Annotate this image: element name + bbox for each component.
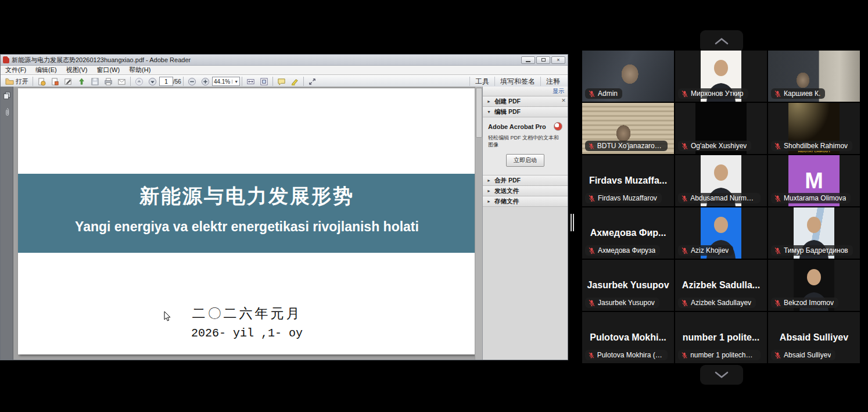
prev-page-button[interactable] <box>132 76 146 87</box>
panel-section-header[interactable]: ►合并 PDF <box>483 175 568 186</box>
zoom-out-button[interactable] <box>185 76 199 87</box>
participant-tile[interactable]: Jasurbek YusupovJasurbek Yusupov <box>582 260 674 311</box>
participant-tile[interactable]: HIDOYAT CHIROG'IShohdilbek Rahimov <box>768 103 860 154</box>
triangle-right-icon: ► <box>487 99 492 103</box>
participant-tile[interactable]: BDTU Xo'janazarov Z... <box>582 103 674 154</box>
zoom-in-button[interactable] <box>199 76 212 87</box>
participant-tile[interactable]: number 1 polite...number 1 politechnik..… <box>675 312 767 363</box>
page-thumbnails-icon[interactable] <box>3 91 11 99</box>
participant-name-label: Aziz Khojiev <box>691 246 729 255</box>
launch-now-button[interactable]: 立即启动 <box>506 154 544 167</box>
close-button[interactable]: × <box>551 56 565 64</box>
page-down-icon <box>148 77 157 86</box>
avatar-initial: M <box>805 169 823 194</box>
muted-mic-icon <box>681 247 688 255</box>
create-pdf-icon <box>51 77 59 86</box>
panel-resize-handle[interactable] <box>571 214 575 231</box>
pdf-page[interactable]: 新能源与电力发展形势 Yangi energiya va elektr ener… <box>18 88 476 354</box>
participant-tile[interactable]: MMuxtarama Olimova <box>768 155 860 206</box>
panel-section-header[interactable]: ►创建 PDF <box>483 96 568 107</box>
panel-close-icon[interactable]: ✕ <box>561 98 566 103</box>
participant-tile[interactable]: Ахмедова Фир...Ахмедова Фируза <box>582 207 674 259</box>
open-label: 打开 <box>16 77 28 86</box>
document-scrollbar[interactable] <box>475 87 483 360</box>
fit-page-button[interactable] <box>257 76 271 87</box>
participant-name-label: Firdavs Muzaffarov <box>598 194 657 202</box>
participant-name-label: number 1 politechnik... <box>690 351 756 359</box>
sign-button[interactable] <box>62 76 75 87</box>
window-title-bar[interactable]: 新能源与电力发展态势20260123huangxiao.pdf - Adobe … <box>1 55 568 66</box>
email-button[interactable] <box>115 76 128 87</box>
comment-button[interactable] <box>275 76 288 87</box>
zoom-level-select[interactable]: 44.1% ▼ <box>212 77 240 86</box>
show-link[interactable]: 显示 <box>553 87 564 95</box>
participant-name-pill: Azizbek Sadullayev <box>678 298 756 308</box>
next-page-button[interactable] <box>146 76 159 87</box>
participant-name-pill: Admin <box>585 88 622 99</box>
fullscreen-button[interactable] <box>306 76 319 87</box>
participant-name-pill: BDTU Xo'janazarov Z... <box>585 141 668 151</box>
menu-item[interactable]: 文件(F) <box>1 66 31 74</box>
participant-tile[interactable]: Мирхонов Уткир <box>675 51 767 102</box>
comment-bubble-icon <box>277 77 286 86</box>
slide-title-chinese: 新能源与电力发展形势 <box>18 183 476 210</box>
panel-section-header[interactable]: ▼编辑 PDF <box>483 107 568 117</box>
menu-item[interactable]: 窗口(W) <box>92 66 124 74</box>
minimize-button[interactable] <box>521 56 535 64</box>
participant-tile[interactable]: Firdavs Muzaffa...Firdavs Muzaffarov <box>582 155 674 206</box>
fit-width-icon <box>246 77 255 86</box>
document-area[interactable]: 新能源与电力发展形势 Yangi energiya va elektr ener… <box>13 87 483 360</box>
participant-tile[interactable]: Abdusamad Nurmatov <box>675 155 767 206</box>
participant-tile[interactable]: Aziz Khojiev <box>675 207 767 259</box>
open-button[interactable]: 打开 <box>3 76 31 87</box>
convert-pdf-button[interactable] <box>35 76 48 87</box>
participant-tile[interactable]: Og'abek Xushiyev <box>675 103 767 154</box>
toolbar-text-button[interactable]: 填写和签名 <box>494 77 540 86</box>
gallery-scroll-down-button[interactable] <box>700 365 743 385</box>
panel-section-header[interactable]: ►存储文件 <box>483 196 568 207</box>
scrollbar-thumb[interactable] <box>476 88 482 138</box>
gallery-scroll-up-button[interactable] <box>700 30 743 52</box>
participant-tile[interactable]: Pulotova Mokhi...Pulotova Mokhira (BS... <box>582 312 674 363</box>
menu-item[interactable]: 帮助(H) <box>124 66 155 74</box>
attachments-icon[interactable] <box>3 108 10 117</box>
promo-title: Adobe Acrobat Pro <box>488 123 546 130</box>
participant-tile[interactable]: Absaid SulliyevAbsaid Sulliyev <box>768 312 860 363</box>
participant-tile[interactable]: Admin <box>582 51 674 102</box>
panel-section-header[interactable]: ►发送文件 <box>483 186 568 196</box>
zoom-level-value: 44.1% <box>214 78 230 85</box>
muted-mic-icon <box>774 299 781 307</box>
upload-cloud-icon <box>77 77 86 86</box>
upload-button[interactable] <box>75 76 88 87</box>
create-pdf-button[interactable] <box>48 76 62 87</box>
menu-item[interactable]: 视图(V) <box>62 66 92 74</box>
muted-mic-icon <box>588 195 596 202</box>
participant-name-pill: Muxtarama Olimova <box>771 193 851 203</box>
toolbar-text-button[interactable]: 工具 <box>469 77 494 86</box>
participant-tile[interactable]: Каршиев К. <box>768 51 860 102</box>
participant-name-pill: Absaid Sulliyev <box>771 350 835 360</box>
restore-button[interactable] <box>536 56 550 64</box>
highlight-button[interactable] <box>288 76 302 87</box>
muted-mic-icon <box>588 247 596 255</box>
window-title: 新能源与电力发展态势20260123huangxiao.pdf - Adobe … <box>12 56 521 65</box>
triangle-down-icon: ▼ <box>487 110 492 114</box>
participant-tile[interactable]: Bekzod Imomov <box>768 260 860 311</box>
muted-mic-icon <box>681 195 688 202</box>
chevron-up-icon <box>714 37 729 45</box>
muted-mic-icon <box>681 299 688 307</box>
toolbar-text-button[interactable]: 注释 <box>540 77 565 86</box>
participant-tile[interactable]: Azizbek Sadulla...Azizbek Sadullayev <box>675 260 767 311</box>
panel-section-label: 创建 PDF <box>494 98 521 106</box>
save-button[interactable] <box>88 76 102 87</box>
muted-mic-icon <box>774 352 781 359</box>
muted-mic-icon <box>681 352 688 359</box>
participant-tile[interactable]: Тимур Бадретдинов <box>768 207 860 259</box>
tools-panel: 显示 ✕ ►创建 PDF▼编辑 PDFAdobe Acrobat Pro轻松编辑… <box>482 87 568 360</box>
page-number-input[interactable] <box>159 77 173 86</box>
fit-width-button[interactable] <box>244 76 257 87</box>
participant-name-label: Тимур Бадретдинов <box>784 246 848 255</box>
print-button[interactable] <box>102 76 115 87</box>
muted-mic-icon <box>588 142 595 150</box>
menu-item[interactable]: 编辑(E) <box>31 66 62 74</box>
